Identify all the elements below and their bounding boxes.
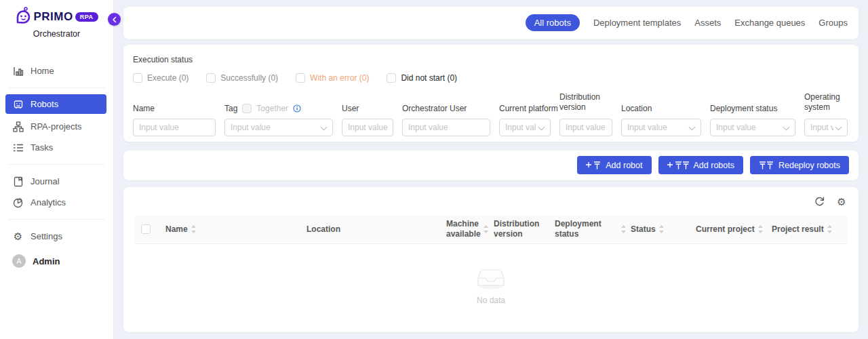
sidebar-item-admin[interactable]: A Admin xyxy=(0,248,113,274)
sidebar-item-tasks[interactable]: Tasks xyxy=(0,137,113,158)
info-circle-icon[interactable] xyxy=(293,104,301,113)
select-all-checkbox-cell xyxy=(141,224,165,234)
filter-field-operating-system: Operating system Input val... xyxy=(804,92,848,136)
sidebar-item-home[interactable]: Home xyxy=(0,60,113,81)
gear-icon: ⚙ xyxy=(12,231,24,242)
column-header-distribution-version[interactable]: Distribution version xyxy=(494,219,555,240)
tab-exchange-queues[interactable]: Exchange queues xyxy=(734,18,805,28)
filter-field-tag: Tag Together Input value xyxy=(224,104,333,136)
filter-field-deployment-status: Deployment status Input value xyxy=(710,104,795,136)
orchestrator-user-filter-input[interactable] xyxy=(402,119,490,136)
sidebar-item-settings[interactable]: ⚙ Settings xyxy=(0,226,113,247)
filter-field-orchestrator-user: Orchestrator User xyxy=(402,104,490,136)
sort-icon[interactable] xyxy=(483,224,489,234)
filter-field-name: Name xyxy=(133,104,216,136)
tab-all-robots[interactable]: All robots xyxy=(526,14,580,31)
table-toolbar: ⚙ xyxy=(134,194,848,210)
checkbox[interactable] xyxy=(387,73,396,83)
plus-robots-icon xyxy=(667,161,689,170)
location-select[interactable]: Input value xyxy=(621,119,701,136)
user-filter-input[interactable] xyxy=(342,119,393,136)
select-all-checkbox[interactable] xyxy=(141,224,151,234)
operating-system-select[interactable]: Input val... xyxy=(804,119,848,136)
tab-assets[interactable]: Assets xyxy=(694,18,721,28)
column-header-status[interactable]: Status xyxy=(631,224,696,235)
chevron-down-icon xyxy=(538,123,545,130)
tag-filter-select[interactable]: Input value xyxy=(224,119,333,136)
table-settings-button[interactable]: ⚙ xyxy=(835,196,848,208)
filter-field-user: User xyxy=(342,104,393,136)
sort-icon[interactable] xyxy=(658,224,665,234)
filter-label: Distribution version xyxy=(559,92,612,113)
sidebar-item-label: Analytics xyxy=(31,197,66,207)
sidebar-item-label: RPA-projects xyxy=(31,121,82,132)
tab-deployment-templates[interactable]: Deployment templates xyxy=(593,18,681,28)
table-header-row: Name Location Machine available Distribu… xyxy=(134,216,848,244)
divider xyxy=(8,164,105,165)
admin-label: Admin xyxy=(33,256,60,266)
sort-icon[interactable] xyxy=(757,224,764,234)
filter-field-location: Location Input value xyxy=(621,104,701,136)
brand-badge: RPA xyxy=(75,12,98,22)
sidebar-item-label: Settings xyxy=(31,231,62,241)
add-robot-button[interactable]: Add robot xyxy=(577,156,651,174)
column-header-machine-available[interactable]: Machine available xyxy=(446,219,494,240)
divider xyxy=(8,219,105,220)
sidebar-item-analytics[interactable]: Analytics xyxy=(0,192,113,213)
add-robots-button[interactable]: Add robots xyxy=(658,156,743,174)
checkbox[interactable] xyxy=(296,73,305,83)
status-did-not-start[interactable]: Did not start (0) xyxy=(387,73,457,83)
execution-status-label: Execution status xyxy=(133,55,848,64)
chevron-down-icon xyxy=(321,123,328,130)
deployment-status-select[interactable]: Input value xyxy=(710,119,795,136)
sidebar-collapse-button[interactable] xyxy=(108,13,121,26)
sidebar-item-robots[interactable]: Robots xyxy=(5,94,106,114)
chevron-down-icon xyxy=(783,123,790,130)
execution-status-filters: Execute (0) Successfully (0) With an err… xyxy=(133,73,848,83)
tab-groups[interactable]: Groups xyxy=(818,18,848,28)
checkbox[interactable] xyxy=(206,73,216,83)
robot-head-icon xyxy=(15,7,31,27)
sidebar-item-rpa-projects[interactable]: RPA-projects xyxy=(0,116,113,137)
sort-icon[interactable] xyxy=(827,224,833,234)
brand-name: Primo xyxy=(33,10,73,24)
list-icon xyxy=(12,142,24,153)
org-chart-icon xyxy=(12,121,24,132)
filter-label: Tag xyxy=(224,104,237,113)
chevron-down-icon xyxy=(689,123,696,130)
filter-label: Deployment status xyxy=(710,104,795,113)
brand-logo: Primo RPA Orchestrator xyxy=(0,0,113,43)
plus-robot-icon xyxy=(586,161,601,170)
redeploy-robots-button[interactable]: Redeploy robots xyxy=(750,156,849,174)
refresh-button[interactable] xyxy=(813,196,825,208)
distribution-version-filter-input[interactable] xyxy=(559,119,612,136)
sidebar-item-journal[interactable]: Journal xyxy=(0,171,113,192)
sidebar-item-label: Home xyxy=(31,66,54,76)
sort-icon[interactable] xyxy=(191,224,197,234)
column-header-deployment-status[interactable]: Deployment status xyxy=(555,219,631,240)
sort-icon[interactable] xyxy=(620,224,627,234)
filter-label: Operating system xyxy=(804,92,848,113)
robots-table-card: ⚙ Name Location Machine available Distri… xyxy=(123,187,859,332)
name-filter-input[interactable] xyxy=(133,119,216,136)
status-execute[interactable]: Execute (0) xyxy=(133,73,189,83)
column-header-project-result[interactable]: Project result xyxy=(772,224,848,235)
status-with-error[interactable]: With an error (0) xyxy=(296,73,369,83)
checkbox[interactable] xyxy=(133,73,142,83)
sidebar-item-label: Tasks xyxy=(31,142,53,153)
column-header-name[interactable]: Name xyxy=(165,224,307,235)
current-platform-select[interactable]: Input val... xyxy=(499,119,551,136)
empty-text: No data xyxy=(477,296,505,305)
brand-subtitle: Orchestrator xyxy=(0,29,113,39)
filter-label: Current platform xyxy=(499,104,551,113)
robot-face-icon xyxy=(12,98,24,110)
filter-label: Orchestrator User xyxy=(402,104,490,113)
status-successfully[interactable]: Successfully (0) xyxy=(206,73,278,83)
together-checkbox[interactable] xyxy=(242,104,252,113)
sidebar-item-label: Robots xyxy=(31,99,58,109)
chevron-down-icon xyxy=(835,123,842,130)
sidebar-item-label: Journal xyxy=(31,176,60,186)
column-header-location[interactable]: Location xyxy=(307,224,446,235)
gear-icon: ⚙ xyxy=(837,197,846,207)
column-header-current-project[interactable]: Current project xyxy=(696,224,772,235)
